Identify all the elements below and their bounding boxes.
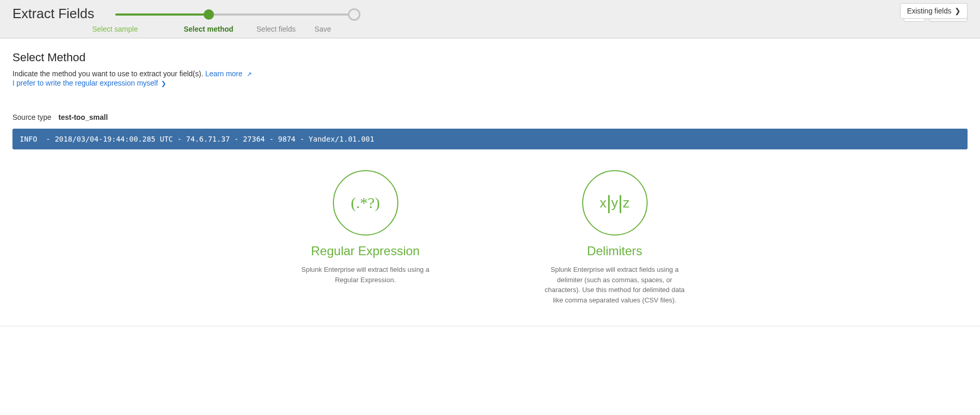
wizard-dot-current bbox=[204, 9, 214, 20]
wizard-step-save: Save bbox=[315, 25, 331, 33]
delimiters-name: Delimiters bbox=[542, 244, 688, 258]
method-card-delimiters[interactable]: x | y | z Delimiters Splunk Enterprise w… bbox=[542, 170, 688, 305]
method-cards: (.*?) Regular Expression Splunk Enterpri… bbox=[12, 170, 968, 305]
chevron-right-icon: ❯ bbox=[161, 80, 166, 87]
delimiters-glyph: x | y | z bbox=[600, 192, 630, 214]
source-type-row: Source type test-too_small bbox=[12, 113, 968, 121]
delimiters-desc: Splunk Enterprise will extract fields us… bbox=[542, 265, 688, 305]
write-regex-link[interactable]: I prefer to write the regular expression… bbox=[12, 79, 166, 87]
delimiters-icon: x | y | z bbox=[582, 170, 648, 236]
wizard-line-done bbox=[115, 13, 209, 16]
section-description-row: Indicate the method you want to use to e… bbox=[12, 70, 968, 78]
external-link-icon: ↗ bbox=[247, 71, 252, 78]
regex-name: Regular Expression bbox=[293, 244, 438, 258]
page-title: Extract Fields bbox=[12, 3, 95, 24]
header-bar: Extract Fields Select sample Select meth… bbox=[0, 0, 980, 38]
existing-fields-label: Existing fields bbox=[907, 7, 951, 15]
wizard-step-method[interactable]: Select method bbox=[184, 25, 234, 33]
chevron-right-icon: ❯ bbox=[955, 7, 961, 15]
sample-event[interactable]: INFO - 2018/03/04-19:44:00.285 UTC - 74.… bbox=[12, 129, 968, 149]
wizard-dot-end bbox=[348, 8, 360, 21]
section-description: Indicate the method you want to use to e… bbox=[12, 70, 203, 78]
write-regex-label: I prefer to write the regular expression… bbox=[12, 79, 158, 87]
regex-icon: (.*?) bbox=[333, 170, 398, 236]
existing-fields-button[interactable]: Existing fields ❯ bbox=[900, 3, 968, 19]
learn-more-link[interactable]: Learn more ↗ bbox=[205, 70, 251, 78]
main-content: Select Method Indicate the method you wa… bbox=[0, 38, 980, 326]
write-regex-row: I prefer to write the regular expression… bbox=[12, 79, 968, 87]
method-card-regex[interactable]: (.*?) Regular Expression Splunk Enterpri… bbox=[293, 170, 438, 305]
source-type-label: Source type bbox=[12, 113, 51, 121]
source-type-value: test-too_small bbox=[59, 113, 108, 121]
wizard-track bbox=[115, 9, 359, 20]
regex-glyph: (.*?) bbox=[351, 194, 380, 212]
wizard: Select sample Select method Select field… bbox=[115, 3, 894, 25]
wizard-step-fields: Select fields bbox=[257, 25, 296, 33]
wizard-step-sample[interactable]: Select sample bbox=[92, 25, 138, 33]
learn-more-label: Learn more bbox=[205, 70, 243, 78]
section-title: Select Method bbox=[12, 51, 968, 64]
regex-desc: Splunk Enterprise will extract fields us… bbox=[293, 265, 438, 285]
